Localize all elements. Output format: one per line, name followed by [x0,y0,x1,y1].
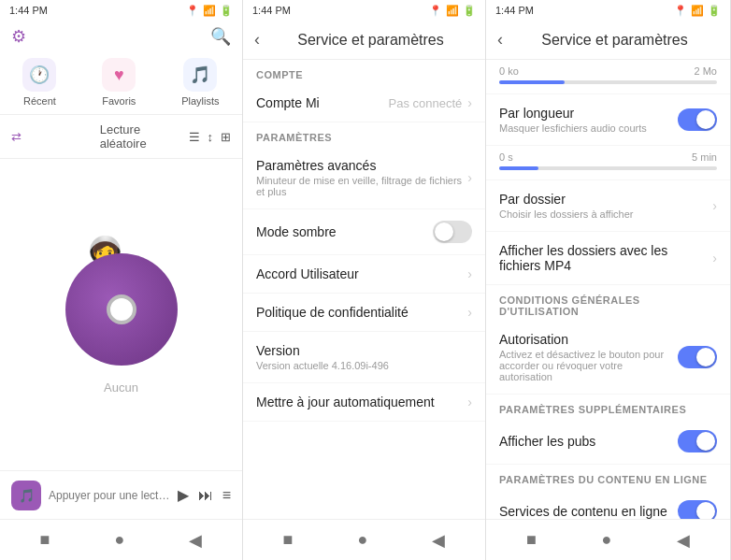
item-parametres-avances[interactable]: Paramètres avancés Minuteur de mise en v… [243,147,485,209]
sort-icon[interactable]: ↕ [208,130,214,144]
item-accord-utilisateur[interactable]: Accord Utilisateur › [243,255,485,294]
accord-title: Accord Utilisateur [256,266,467,281]
back-arrow-3[interactable]: ‹ [497,30,503,50]
item-politique-confidentialite[interactable]: Politique de confidentialité › [243,294,485,332]
mode-sombre-title: Mode sombre [256,224,433,239]
compte-mi-title: Compte Mi [256,95,389,110]
wifi-icon-3: 📶 [691,5,704,17]
list-icon[interactable]: ☰ [189,130,200,144]
battery-icon-3: 🔋 [708,5,721,17]
section-header-params: PARAMÈTRES [243,122,485,147]
grid-icon[interactable]: ⊞ [221,130,231,144]
status-bar-2: 1:44 PM 📍 📶 🔋 [243,0,485,21]
chevron-mettre-a-jour: › [467,395,472,409]
afficher-mp4-title: Afficher les dossiers avec les fichiers … [499,243,712,273]
next-button[interactable]: ⏭ [198,487,213,504]
item-afficher-pubs[interactable]: Afficher les pubs [486,419,730,465]
favoris-icon: ♥ [102,58,136,92]
settings-title-3: Service et paramètres [510,32,719,49]
wifi-icon: 📶 [203,5,216,17]
home-button-1[interactable]: ■ [40,530,50,550]
queue-button[interactable]: ≡ [222,487,231,504]
toggle-services-contenu[interactable] [678,500,717,519]
bottom-nav-2: ■ ● ◀ [243,519,485,560]
tab-recent[interactable]: 🕐 Récent [22,58,56,107]
par-longueur-subtitle: Masquer lesfichiers audio courts [499,122,678,134]
bottom-nav-1: ■ ● ◀ [0,519,242,560]
item-services-contenu[interactable]: Services de contenu en ligne [486,489,730,519]
shuffle-icon: ⇄ [11,130,93,144]
settings-header-3: ‹ Service et paramètres [486,21,730,60]
section-header-params-supp: PARAMÈTRES SUPPLÉMENTAIRES [486,395,730,419]
tab-playlists[interactable]: 🎵 Playlists [181,58,219,107]
now-playing-bar[interactable]: 🎵 Appuyer pour une lecture al... ▶ ⏭ ≡ [0,470,242,519]
circle-button-2[interactable]: ● [357,530,367,550]
time-2: 1:44 PM [252,5,291,16]
bottom-nav-3: ■ ● ◀ [486,519,730,560]
now-playing-icon: 🎵 [11,481,41,510]
back-button-1[interactable]: ◀ [189,530,202,551]
filter-icon[interactable]: ⚙ [11,26,26,47]
chevron-par-dossier: › [712,198,717,213]
params-avances-subtitle: Minuteur de mise en veille, filtrage de … [256,175,467,197]
slider-duration-fill [499,166,538,170]
item-version: Version Version actuelle 4.16.09i-496 [243,332,485,383]
home-button-3[interactable]: ■ [526,530,537,550]
compte-mi-value: Pas connecté › [389,95,472,110]
item-mode-sombre[interactable]: Mode sombre [243,209,485,255]
item-compte-mi[interactable]: Compte Mi Pas connecté › [243,84,485,122]
section-header-compte: COMPTE [243,60,485,84]
section-header-contenu: PARAMÈTRES DU CONTENU EN LIGNE [486,465,730,489]
back-button-3[interactable]: ◀ [677,530,690,551]
slider-storage-track[interactable] [499,80,717,84]
toggle-autorisation[interactable] [678,346,717,368]
slider-duration-labels: 0 s 5 min [499,151,717,163]
search-icon[interactable]: 🔍 [210,26,231,47]
item-afficher-mp4[interactable]: Afficher les dossiers avec les fichiers … [486,232,730,285]
settings-body-3: 0 ko 2 Mo Par longueur Masquer lesfichie… [486,60,730,519]
shuffle-label: Lecture aléatoire [100,122,181,151]
slider-duration-min: 0 s [499,151,513,163]
circle-button-3[interactable]: ● [602,530,612,550]
shuffle-row[interactable]: ⇄ Lecture aléatoire ☰ ↕ ⊞ [0,115,242,159]
status-icons-3: 📍 📶 🔋 [674,5,721,17]
slider-duration-track[interactable] [499,166,717,170]
afficher-pubs-title: Afficher les pubs [499,434,678,449]
slider-duration: 0 s 5 min [486,146,730,180]
services-contenu-title: Services de contenu en ligne [499,504,678,519]
status-icons-2: 📍 📶 🔋 [429,5,476,17]
play-button[interactable]: ▶ [178,486,189,504]
vinyl-disc [65,253,178,366]
search-bar[interactable]: ⚙ 🔍 [0,21,242,52]
toggle-afficher-pubs[interactable] [678,430,717,452]
location-icon-2: 📍 [429,5,442,17]
toggle-mode-sombre[interactable] [433,221,472,243]
circle-button-1[interactable]: ● [114,530,124,550]
search-input[interactable] [34,29,203,44]
time-3: 1:44 PM [495,5,534,16]
back-arrow-2[interactable]: ‹ [254,30,260,50]
item-par-dossier[interactable]: Par dossier Choisir les dossiers à affic… [486,180,730,232]
back-button-2[interactable]: ◀ [432,530,445,551]
item-autorisation[interactable]: Autorisation Activez et désactivez le bo… [486,321,730,395]
chevron-afficher-mp4: › [712,251,717,266]
item-mettre-a-jour[interactable]: Mettre à jour automatiquement › [243,383,485,422]
settings-header-2: ‹ Service et paramètres [243,21,485,60]
settings-body-2: COMPTE Compte Mi Pas connecté › PARAMÈTR… [243,60,485,519]
slider-storage-max: 2 Mo [695,65,717,77]
autorisation-subtitle: Activez et désactivez le bouton pour acc… [499,349,678,382]
chevron-compte-mi: › [467,95,472,110]
playlists-icon: 🎵 [183,58,217,92]
tab-favoris-label: Favoris [102,95,136,107]
params-avances-title: Paramètres avancés [256,158,467,173]
chevron-accord: › [467,266,472,281]
status-bar-1: 1:44 PM 📍 📶 🔋 [0,0,242,21]
tabs-row: 🕐 Récent ♥ Favoris 🎵 Playlists [0,52,242,115]
tab-favoris[interactable]: ♥ Favoris [102,58,136,107]
tab-recent-label: Récent [23,95,56,107]
location-icon: 📍 [186,5,199,17]
home-button-2[interactable]: ■ [283,530,294,550]
vinyl-art: 🧑‍🚀 [56,235,187,366]
toggle-par-longueur[interactable] [678,108,717,131]
item-par-longueur[interactable]: Par longueur Masquer lesfichiers audio c… [486,94,730,146]
